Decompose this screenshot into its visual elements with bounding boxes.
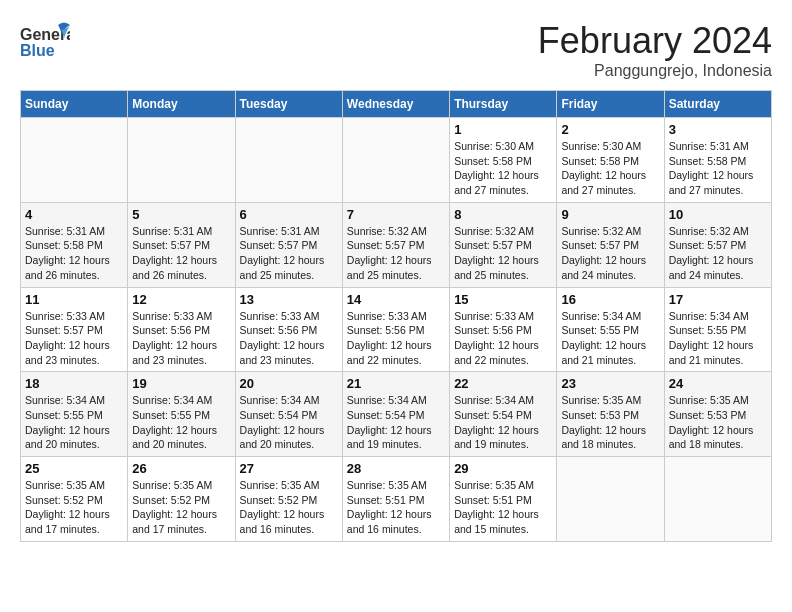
page-header: General Blue February 2024 Panggungrejo,… bbox=[20, 20, 772, 80]
logo-icon: General Blue bbox=[20, 20, 70, 65]
day-info: Sunrise: 5:33 AMSunset: 5:56 PMDaylight:… bbox=[347, 309, 445, 368]
calendar-cell bbox=[128, 118, 235, 203]
weekday-header: Tuesday bbox=[235, 91, 342, 118]
day-info: Sunrise: 5:34 AMSunset: 5:54 PMDaylight:… bbox=[347, 393, 445, 452]
calendar-cell: 4Sunrise: 5:31 AMSunset: 5:58 PMDaylight… bbox=[21, 202, 128, 287]
day-number: 25 bbox=[25, 461, 123, 476]
day-number: 12 bbox=[132, 292, 230, 307]
day-info: Sunrise: 5:35 AMSunset: 5:51 PMDaylight:… bbox=[347, 478, 445, 537]
weekday-header: Friday bbox=[557, 91, 664, 118]
calendar-table: SundayMondayTuesdayWednesdayThursdayFrid… bbox=[20, 90, 772, 542]
day-info: Sunrise: 5:34 AMSunset: 5:55 PMDaylight:… bbox=[132, 393, 230, 452]
weekday-header: Wednesday bbox=[342, 91, 449, 118]
calendar-cell: 17Sunrise: 5:34 AMSunset: 5:55 PMDayligh… bbox=[664, 287, 771, 372]
calendar-cell bbox=[21, 118, 128, 203]
day-number: 17 bbox=[669, 292, 767, 307]
day-info: Sunrise: 5:31 AMSunset: 5:58 PMDaylight:… bbox=[669, 139, 767, 198]
day-number: 7 bbox=[347, 207, 445, 222]
calendar-cell: 28Sunrise: 5:35 AMSunset: 5:51 PMDayligh… bbox=[342, 457, 449, 542]
day-number: 9 bbox=[561, 207, 659, 222]
day-info: Sunrise: 5:32 AMSunset: 5:57 PMDaylight:… bbox=[347, 224, 445, 283]
calendar-cell: 7Sunrise: 5:32 AMSunset: 5:57 PMDaylight… bbox=[342, 202, 449, 287]
calendar-cell: 19Sunrise: 5:34 AMSunset: 5:55 PMDayligh… bbox=[128, 372, 235, 457]
week-row: 1Sunrise: 5:30 AMSunset: 5:58 PMDaylight… bbox=[21, 118, 772, 203]
calendar-cell: 2Sunrise: 5:30 AMSunset: 5:58 PMDaylight… bbox=[557, 118, 664, 203]
day-number: 10 bbox=[669, 207, 767, 222]
calendar-cell: 23Sunrise: 5:35 AMSunset: 5:53 PMDayligh… bbox=[557, 372, 664, 457]
day-number: 21 bbox=[347, 376, 445, 391]
day-info: Sunrise: 5:33 AMSunset: 5:57 PMDaylight:… bbox=[25, 309, 123, 368]
week-row: 25Sunrise: 5:35 AMSunset: 5:52 PMDayligh… bbox=[21, 457, 772, 542]
day-info: Sunrise: 5:35 AMSunset: 5:52 PMDaylight:… bbox=[240, 478, 338, 537]
day-number: 16 bbox=[561, 292, 659, 307]
day-number: 24 bbox=[669, 376, 767, 391]
day-number: 27 bbox=[240, 461, 338, 476]
calendar-cell: 5Sunrise: 5:31 AMSunset: 5:57 PMDaylight… bbox=[128, 202, 235, 287]
calendar-cell: 12Sunrise: 5:33 AMSunset: 5:56 PMDayligh… bbox=[128, 287, 235, 372]
calendar-cell: 11Sunrise: 5:33 AMSunset: 5:57 PMDayligh… bbox=[21, 287, 128, 372]
day-info: Sunrise: 5:35 AMSunset: 5:51 PMDaylight:… bbox=[454, 478, 552, 537]
calendar-cell: 15Sunrise: 5:33 AMSunset: 5:56 PMDayligh… bbox=[450, 287, 557, 372]
day-number: 1 bbox=[454, 122, 552, 137]
calendar-cell: 26Sunrise: 5:35 AMSunset: 5:52 PMDayligh… bbox=[128, 457, 235, 542]
logo: General Blue bbox=[20, 20, 70, 69]
day-info: Sunrise: 5:33 AMSunset: 5:56 PMDaylight:… bbox=[454, 309, 552, 368]
svg-text:Blue: Blue bbox=[20, 42, 55, 59]
day-number: 20 bbox=[240, 376, 338, 391]
day-number: 4 bbox=[25, 207, 123, 222]
day-info: Sunrise: 5:33 AMSunset: 5:56 PMDaylight:… bbox=[240, 309, 338, 368]
day-info: Sunrise: 5:35 AMSunset: 5:52 PMDaylight:… bbox=[132, 478, 230, 537]
day-info: Sunrise: 5:32 AMSunset: 5:57 PMDaylight:… bbox=[454, 224, 552, 283]
weekday-header: Sunday bbox=[21, 91, 128, 118]
day-number: 18 bbox=[25, 376, 123, 391]
day-number: 5 bbox=[132, 207, 230, 222]
weekday-header: Thursday bbox=[450, 91, 557, 118]
week-row: 11Sunrise: 5:33 AMSunset: 5:57 PMDayligh… bbox=[21, 287, 772, 372]
calendar-cell: 9Sunrise: 5:32 AMSunset: 5:57 PMDaylight… bbox=[557, 202, 664, 287]
day-number: 14 bbox=[347, 292, 445, 307]
day-info: Sunrise: 5:35 AMSunset: 5:53 PMDaylight:… bbox=[561, 393, 659, 452]
calendar-cell: 18Sunrise: 5:34 AMSunset: 5:55 PMDayligh… bbox=[21, 372, 128, 457]
calendar-cell: 21Sunrise: 5:34 AMSunset: 5:54 PMDayligh… bbox=[342, 372, 449, 457]
calendar-cell: 16Sunrise: 5:34 AMSunset: 5:55 PMDayligh… bbox=[557, 287, 664, 372]
day-info: Sunrise: 5:34 AMSunset: 5:55 PMDaylight:… bbox=[25, 393, 123, 452]
month-title: February 2024 bbox=[538, 20, 772, 62]
day-number: 13 bbox=[240, 292, 338, 307]
week-row: 4Sunrise: 5:31 AMSunset: 5:58 PMDaylight… bbox=[21, 202, 772, 287]
day-number: 29 bbox=[454, 461, 552, 476]
calendar-cell: 10Sunrise: 5:32 AMSunset: 5:57 PMDayligh… bbox=[664, 202, 771, 287]
day-info: Sunrise: 5:32 AMSunset: 5:57 PMDaylight:… bbox=[669, 224, 767, 283]
day-number: 28 bbox=[347, 461, 445, 476]
calendar-cell: 3Sunrise: 5:31 AMSunset: 5:58 PMDaylight… bbox=[664, 118, 771, 203]
day-info: Sunrise: 5:33 AMSunset: 5:56 PMDaylight:… bbox=[132, 309, 230, 368]
day-info: Sunrise: 5:31 AMSunset: 5:58 PMDaylight:… bbox=[25, 224, 123, 283]
day-info: Sunrise: 5:34 AMSunset: 5:55 PMDaylight:… bbox=[669, 309, 767, 368]
calendar-cell: 22Sunrise: 5:34 AMSunset: 5:54 PMDayligh… bbox=[450, 372, 557, 457]
day-info: Sunrise: 5:35 AMSunset: 5:53 PMDaylight:… bbox=[669, 393, 767, 452]
calendar-header-row: SundayMondayTuesdayWednesdayThursdayFrid… bbox=[21, 91, 772, 118]
day-info: Sunrise: 5:32 AMSunset: 5:57 PMDaylight:… bbox=[561, 224, 659, 283]
calendar-cell: 27Sunrise: 5:35 AMSunset: 5:52 PMDayligh… bbox=[235, 457, 342, 542]
calendar-cell: 20Sunrise: 5:34 AMSunset: 5:54 PMDayligh… bbox=[235, 372, 342, 457]
day-number: 3 bbox=[669, 122, 767, 137]
calendar-cell: 24Sunrise: 5:35 AMSunset: 5:53 PMDayligh… bbox=[664, 372, 771, 457]
day-number: 26 bbox=[132, 461, 230, 476]
calendar-cell: 14Sunrise: 5:33 AMSunset: 5:56 PMDayligh… bbox=[342, 287, 449, 372]
day-number: 19 bbox=[132, 376, 230, 391]
title-section: February 2024 Panggungrejo, Indonesia bbox=[538, 20, 772, 80]
calendar-cell: 25Sunrise: 5:35 AMSunset: 5:52 PMDayligh… bbox=[21, 457, 128, 542]
day-info: Sunrise: 5:34 AMSunset: 5:54 PMDaylight:… bbox=[454, 393, 552, 452]
calendar-cell bbox=[557, 457, 664, 542]
day-number: 22 bbox=[454, 376, 552, 391]
day-number: 23 bbox=[561, 376, 659, 391]
day-info: Sunrise: 5:31 AMSunset: 5:57 PMDaylight:… bbox=[240, 224, 338, 283]
weekday-header: Monday bbox=[128, 91, 235, 118]
calendar-cell bbox=[342, 118, 449, 203]
day-info: Sunrise: 5:34 AMSunset: 5:54 PMDaylight:… bbox=[240, 393, 338, 452]
week-row: 18Sunrise: 5:34 AMSunset: 5:55 PMDayligh… bbox=[21, 372, 772, 457]
calendar-cell: 6Sunrise: 5:31 AMSunset: 5:57 PMDaylight… bbox=[235, 202, 342, 287]
day-number: 15 bbox=[454, 292, 552, 307]
day-number: 11 bbox=[25, 292, 123, 307]
day-info: Sunrise: 5:31 AMSunset: 5:57 PMDaylight:… bbox=[132, 224, 230, 283]
day-number: 2 bbox=[561, 122, 659, 137]
